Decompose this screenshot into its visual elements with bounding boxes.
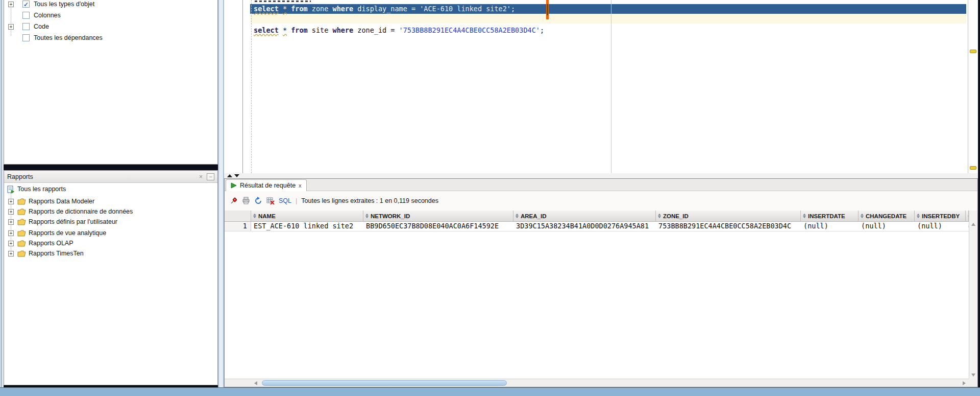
expand-icon[interactable]: +: [8, 219, 14, 225]
fetch-grid-icon[interactable]: [266, 197, 275, 205]
column-header-changedate[interactable]: CHANGEDATE: [859, 211, 915, 221]
sql-token: [279, 5, 283, 13]
scroll-down-icon[interactable]: [971, 374, 975, 377]
cell-insertdate[interactable]: (null): [801, 222, 859, 231]
cell-area-id[interactable]: 3D39C15A38234B41A0D0D0276A945A81: [513, 222, 656, 231]
sort-icon: [861, 214, 864, 218]
sort-icon: [365, 214, 369, 218]
right-margin-guide: [611, 0, 611, 173]
cell-name[interactable]: EST_ACE-610 linked site2: [251, 222, 363, 231]
warning-marker[interactable]: [970, 166, 976, 170]
column-header-network-id[interactable]: NETWORK_ID: [363, 211, 513, 221]
report-icon: [7, 185, 15, 194]
tree-item-report-folder[interactable]: + Rapports Data Modeler: [4, 197, 217, 206]
folder-icon: [17, 230, 26, 237]
expand-icon[interactable]: +: [8, 199, 14, 204]
collapse-down-icon[interactable]: [234, 174, 239, 177]
folder-icon: [17, 219, 26, 225]
editor-gutter: [224, 0, 243, 173]
folder-icon: [17, 198, 26, 205]
expand-icon[interactable]: +: [8, 230, 14, 236]
sql-string-literal: 'ACE-610 linked site2': [420, 5, 511, 13]
tree-item-report-folder[interactable]: + Rapports de vue analytique: [4, 229, 217, 238]
sql-token: select: [254, 5, 279, 13]
tree-item-all-dependencies[interactable]: Toutes les dépendances: [4, 34, 217, 43]
result-toolbar: SQL | Toutes les lignes extraites : 1 en…: [225, 191, 977, 211]
window-bottom-bar: [0, 387, 980, 396]
column-header-area-id[interactable]: AREA_ID: [513, 211, 656, 221]
scroll-right-icon[interactable]: [963, 381, 966, 385]
tree-item-label: Rapports OLAP: [29, 240, 74, 247]
checkbox-all-object-types[interactable]: ✓: [22, 1, 30, 8]
tree-item-all-object-types[interactable]: + ✓ Tous les types d'objet: [4, 0, 217, 9]
row-number-header[interactable]: [225, 211, 251, 221]
cell-zone-id[interactable]: 753BB8B291EC4A4CBE0CC58A2EB03D4C: [656, 222, 801, 231]
editor-fold-guide: [251, 0, 252, 173]
sort-icon: [658, 214, 661, 218]
tab-label: Résultat de requête: [240, 182, 296, 189]
panel-splitter-vertical[interactable]: [218, 0, 224, 387]
window-left-edge: [0, 0, 4, 387]
reports-panel-title: Rapports: [7, 173, 195, 180]
sql-statement-1[interactable]: select * from zone where display_name = …: [254, 4, 515, 14]
checkbox-columns[interactable]: [22, 12, 30, 19]
tree-item-report-folder[interactable]: + Rapports OLAP: [4, 239, 217, 248]
folder-icon: [17, 250, 26, 257]
cell-network-id[interactable]: BB9D650EC37B8D08E040AC0A6F14592E: [363, 222, 513, 231]
print-icon[interactable]: [242, 197, 250, 205]
vertical-scrollbar[interactable]: [969, 211, 977, 379]
expand-icon[interactable]: +: [8, 24, 14, 30]
result-grid[interactable]: NAME NETWORK_ID AREA_ID ZONE_ID INSERTDA…: [225, 211, 969, 379]
horizontal-scrollbar[interactable]: [225, 379, 969, 387]
expand-icon[interactable]: +: [8, 241, 14, 246]
editor-overview-ruler[interactable]: [968, 0, 978, 173]
sql-token: ;: [511, 5, 515, 13]
checkbox-code[interactable]: [22, 23, 30, 30]
close-icon[interactable]: x: [299, 182, 302, 189]
checkbox-all-dependencies[interactable]: [22, 34, 30, 41]
expand-icon[interactable]: +: [8, 251, 14, 257]
tree-item-report-folder[interactable]: + Rapports de dictionnaire de données: [4, 207, 217, 217]
sql-token: where: [333, 5, 354, 13]
sql-editor[interactable]: select * from zone where display_name = …: [224, 0, 978, 173]
tree-item-label: Rapports de vue analytique: [29, 229, 106, 237]
column-header-label: NETWORK_ID: [371, 213, 410, 219]
run-icon: [231, 182, 237, 189]
pin-icon[interactable]: [230, 197, 238, 205]
minimize-icon[interactable]: −: [207, 173, 214, 180]
editor-results-splitter[interactable]: [224, 173, 978, 178]
column-header-label: NAME: [258, 213, 276, 219]
table-row[interactable]: 1 EST_ACE-610 linked site2 BB9D650EC37B8…: [225, 222, 969, 231]
collapse-up-icon[interactable]: [227, 174, 232, 177]
close-icon[interactable]: ×: [199, 174, 203, 180]
expand-icon[interactable]: +: [8, 209, 14, 215]
folder-icon: [17, 208, 26, 215]
expand-icon[interactable]: +: [8, 2, 14, 7]
scroll-up-icon[interactable]: [971, 223, 975, 226]
drag-caret-core: [547, 4, 548, 15]
scrollbar-thumb[interactable]: [262, 380, 507, 386]
sql-token: site: [308, 26, 333, 34]
cell-changedate[interactable]: (null): [859, 222, 915, 231]
sql-token: *: [283, 5, 287, 13]
sql-developer-window: + ✓ Tous les types d'objet Colonnes + Co…: [0, 0, 980, 396]
sql-button[interactable]: SQL: [279, 197, 291, 204]
sql-statement-2[interactable]: select * from site where zone_id = '753B…: [254, 26, 544, 35]
scroll-left-icon[interactable]: [254, 381, 257, 385]
tab-query-result[interactable]: Résultat de requête x: [226, 179, 307, 191]
warning-marker[interactable]: [970, 50, 976, 53]
column-header-insertedby[interactable]: INSERTEDBY: [915, 211, 966, 221]
refresh-icon[interactable]: [254, 197, 262, 205]
tree-item-all-reports[interactable]: Tous les rapports: [4, 185, 217, 194]
cell-insertedby[interactable]: (null): [915, 222, 966, 231]
fetch-status-text: Toutes les lignes extraites : 1 en 0,119…: [301, 197, 438, 204]
tree-item-label: Toutes les dépendances: [34, 34, 103, 41]
drag-caret: [546, 0, 549, 19]
tree-item-report-folder[interactable]: + Rapports définis par l'utilisateur: [4, 218, 217, 227]
tree-item-code[interactable]: + Code: [4, 22, 217, 32]
tree-item-columns[interactable]: Colonnes: [4, 11, 217, 20]
column-header-zone-id[interactable]: ZONE_ID: [656, 211, 801, 221]
column-header-insertdate[interactable]: INSERTDATE: [801, 211, 859, 221]
tree-item-report-folder[interactable]: + Rapports TimesTen: [4, 249, 217, 259]
column-header-name[interactable]: NAME: [251, 211, 363, 221]
